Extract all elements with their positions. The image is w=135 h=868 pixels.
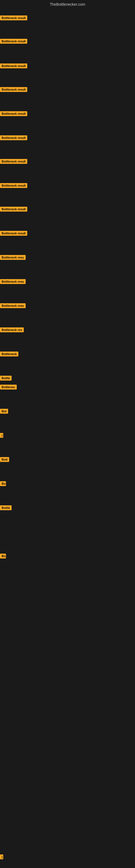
bottleneck-result-row-11: Bottleneck resu (0, 255, 26, 261)
bottleneck-badge-9: Bottleneck result (0, 207, 27, 212)
bottleneck-result-row-19: | (0, 433, 3, 439)
bottleneck-badge-20: Bott (0, 457, 9, 462)
bottleneck-result-row-6: Bottleneck result (0, 135, 27, 141)
bottleneck-badge-35: | (0, 855, 3, 859)
bottleneck-result-row-10: Bottleneck result (0, 231, 27, 237)
bottleneck-badge-2: Bottleneck result (0, 39, 27, 44)
bottleneck-result-row-12: Bottleneck resu (0, 279, 26, 285)
bottleneck-badge-14: Bottleneck res (0, 328, 24, 332)
bottleneck-result-row-5: Bottleneck result (0, 111, 27, 117)
bottleneck-result-row-22: Bottle (0, 505, 12, 511)
bottleneck-result-row-16: Bottle (0, 376, 12, 382)
bottleneck-badge-7: Bottleneck result (0, 159, 27, 164)
bottleneck-result-row-2: Bottleneck result (0, 39, 27, 45)
bottleneck-badge-17: Bottlenec (0, 384, 17, 390)
bottleneck-badge-19: | (0, 433, 3, 438)
bottleneck-badge-8: Bottleneck result (0, 183, 27, 188)
bottleneck-badge-10: Bottleneck result (0, 231, 27, 236)
bottleneck-badge-5: Bottleneck result (0, 111, 27, 116)
bottleneck-result-row-3: Bottleneck result (0, 63, 27, 69)
bottleneck-badge-6: Bottleneck result (0, 135, 27, 140)
bottleneck-badge-1: Bottleneck result (0, 16, 27, 20)
bottleneck-result-row-14: Bottleneck res (0, 328, 24, 333)
bottleneck-badge-22: Bottle (0, 505, 12, 510)
bottleneck-badge-21: Bo (0, 481, 6, 486)
site-title: TheBottlenecker.com (0, 0, 135, 8)
bottleneck-result-row-8: Bottleneck result (0, 183, 27, 189)
bottleneck-result-row-1: Bottleneck result (0, 16, 27, 22)
bottleneck-badge-3: Bottleneck result (0, 63, 27, 68)
bottleneck-badge-11: Bottleneck resu (0, 255, 26, 260)
bottleneck-badge-15: Bottleneck (0, 351, 18, 356)
bottleneck-result-row-21: Bo (0, 481, 6, 487)
bottleneck-badge-12: Bottleneck resu (0, 279, 26, 284)
bottleneck-result-row-9: Bottleneck result (0, 207, 27, 213)
bottleneck-result-row-4: Bottleneck result (0, 87, 27, 93)
bottleneck-result-row-24: Bo (0, 554, 6, 560)
bottleneck-badge-16: Bottle (0, 376, 12, 380)
bottleneck-badge-24: Bo (0, 554, 6, 558)
bottleneck-result-row-13: Bottleneck resu (0, 303, 26, 309)
bottleneck-result-row-15: Bottleneck (0, 351, 18, 358)
bottleneck-badge-13: Bottleneck resu (0, 303, 26, 308)
bottleneck-badge-4: Bottleneck result (0, 87, 27, 92)
bottleneck-result-row-20: Bott (0, 457, 9, 463)
bottleneck-result-row-35: | (0, 855, 3, 860)
bottleneck-result-row-7: Bottleneck result (0, 159, 27, 165)
bottleneck-result-row-17: Bottlenec (0, 384, 17, 391)
bottleneck-result-row-18: Bot (0, 409, 8, 415)
bottleneck-badge-18: Bot (0, 409, 8, 414)
